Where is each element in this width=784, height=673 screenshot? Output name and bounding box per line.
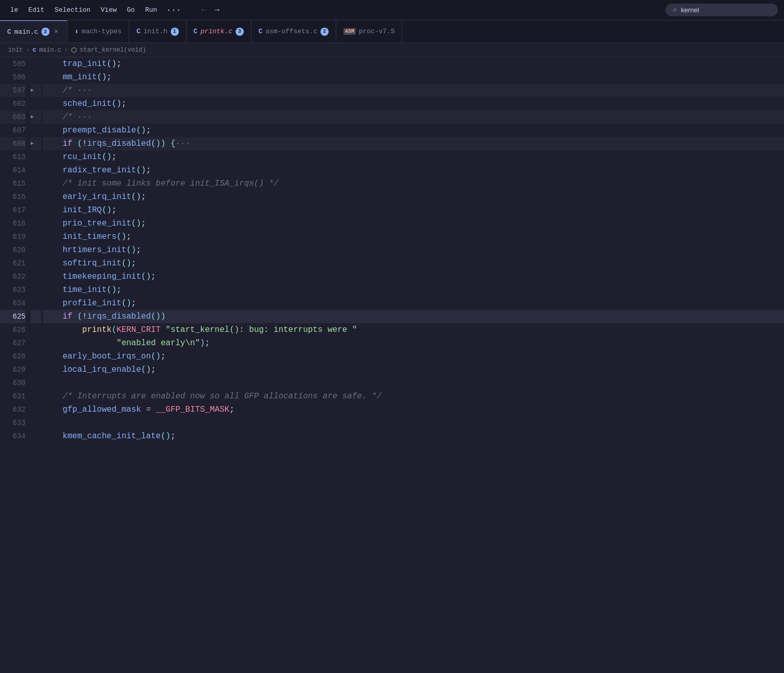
code-line[interactable]: if (!irqs_disabled()) {···: [43, 137, 784, 150]
fold-button: [31, 390, 41, 403]
nav-forward-button[interactable]: →: [212, 5, 223, 16]
menu-edit[interactable]: Edit: [25, 4, 49, 16]
code-line[interactable]: /* ···: [43, 84, 784, 97]
tab-badge-printk-c: 3: [236, 28, 244, 36]
nav-back-button[interactable]: ←: [198, 5, 210, 16]
fold-button: [31, 204, 41, 217]
code-line[interactable]: [43, 376, 784, 390]
fold-button: [31, 190, 41, 204]
navigation-arrows: ← →: [198, 5, 222, 16]
code-line[interactable]: timekeeping_init();: [43, 270, 784, 283]
menu-go[interactable]: Go: [123, 4, 139, 16]
code-line[interactable]: prio_tree_init();: [43, 217, 784, 230]
fold-button: [31, 57, 41, 71]
titlebar: le Edit Selection View Go Run ··· ← → ⌕: [0, 0, 784, 20]
code-line[interactable]: mm_init();: [43, 71, 784, 84]
menu-view[interactable]: View: [97, 4, 121, 16]
tab-arrow-icon: ⬇: [75, 28, 79, 36]
breadcrumb-sep-1: ›: [26, 47, 30, 54]
tab-c-icon-3: C: [194, 28, 198, 35]
fold-button: [31, 350, 41, 363]
fold-button: [31, 257, 41, 270]
search-box[interactable]: ⌕: [665, 4, 778, 16]
fold-button[interactable]: ▶: [31, 110, 41, 124]
fold-button: [31, 71, 41, 84]
fold-button: [31, 164, 41, 177]
code-line[interactable]: gfp_allowed_mask = __GFP_BITS_MASK;: [43, 403, 784, 416]
tab-c-icon-2: C: [136, 28, 141, 35]
fold-button: [31, 270, 41, 283]
tab-main-c[interactable]: C main.c 3 ×: [0, 20, 67, 42]
breadcrumb-init[interactable]: init: [8, 47, 23, 54]
code-line[interactable]: [43, 416, 784, 430]
tab-name-mach-types: mach-types: [82, 28, 122, 35]
fold-button: [31, 323, 41, 336]
code-line[interactable]: /* init some links before init_ISA_irqs(…: [43, 177, 784, 190]
code-line[interactable]: hrtimers_init();: [43, 243, 784, 257]
menu-more-icon[interactable]: ···: [163, 4, 184, 17]
fold-button: [31, 416, 41, 430]
tab-name-proc-v7-s: proc-v7.S: [359, 28, 395, 35]
search-input[interactable]: [681, 6, 763, 14]
breadcrumb: init › C main.c › ⬡ start_kernel(void): [0, 43, 784, 57]
breadcrumb-function[interactable]: start_kernel(void): [80, 47, 146, 54]
menu-selection[interactable]: Selection: [51, 4, 95, 16]
tab-close-main-c[interactable]: ×: [53, 27, 60, 36]
breadcrumb-sep-2: ›: [64, 47, 68, 54]
menu-bar: le Edit Selection View Go Run ···: [6, 4, 184, 17]
menu-le[interactable]: le: [6, 4, 22, 16]
code-line[interactable]: kmem_cache_init_late();: [43, 430, 784, 443]
tab-bar: C main.c 3 × ⬇ mach-types C init.h 1 C p…: [0, 20, 784, 43]
code-line[interactable]: profile_init();: [43, 297, 784, 310]
code-line[interactable]: softirq_init();: [43, 257, 784, 270]
tab-badge-init-h: 1: [171, 28, 179, 36]
tab-asm-icon: ASM: [343, 28, 356, 35]
tab-name-init-h: init.h: [144, 28, 168, 35]
code-line[interactable]: time_init();: [43, 283, 784, 297]
tab-c-icon-4: C: [259, 28, 263, 35]
breadcrumb-func-icon: ⬡: [71, 46, 77, 54]
code-line[interactable]: /* ···: [43, 110, 784, 124]
fold-button: [31, 230, 41, 243]
fold-button: [31, 243, 41, 257]
code-line[interactable]: radix_tree_init();: [43, 164, 784, 177]
tab-badge-asm-offsets-c: 2: [320, 28, 329, 36]
fold-button: [31, 430, 41, 443]
code-line[interactable]: init_timers();: [43, 230, 784, 243]
tab-asm-offsets-c[interactable]: C asm-offsets.c 2: [251, 20, 336, 42]
breadcrumb-main-c[interactable]: main.c: [39, 47, 61, 54]
fold-button: [31, 217, 41, 230]
code-line[interactable]: trap_init();: [43, 57, 784, 71]
code-line[interactable]: init_IRQ();: [43, 204, 784, 217]
fold-button: [31, 336, 41, 350]
fold-button: [31, 150, 41, 164]
code-line[interactable]: sched_init();: [43, 97, 784, 110]
code-content[interactable]: trap_init(); mm_init(); /* ··· sched_ini…: [41, 57, 784, 443]
fold-button: [31, 297, 41, 310]
editor: 5955965976026036076086136146156166176186…: [0, 57, 784, 443]
fold-button: [31, 283, 41, 297]
code-line[interactable]: preempt_disable();: [43, 124, 784, 137]
code-line[interactable]: "enabled early\n");: [43, 336, 784, 350]
tab-proc-v7-s[interactable]: ASM proc-v7.S: [336, 20, 402, 42]
search-icon: ⌕: [673, 6, 677, 14]
code-line[interactable]: if (!irqs_disabled()): [43, 310, 784, 323]
fold-button[interactable]: ▶: [31, 137, 41, 150]
code-line[interactable]: early_irq_init();: [43, 190, 784, 204]
fold-gutter: ▶▶▶: [31, 57, 41, 443]
fold-button: [31, 177, 41, 190]
code-line[interactable]: early_boot_irqs_on();: [43, 350, 784, 363]
tab-name-printk-c: printk.c: [200, 28, 232, 35]
tab-init-h[interactable]: C init.h 1: [129, 20, 187, 42]
fold-button[interactable]: ▶: [31, 84, 41, 97]
code-line[interactable]: rcu_init();: [43, 150, 784, 164]
line-number-gutter: 5955965976026036076086136146156166176186…: [0, 57, 31, 443]
tab-printk-c[interactable]: C printk.c 3: [187, 20, 251, 42]
tab-badge-main-c: 3: [41, 28, 50, 36]
code-line[interactable]: printk(KERN_CRIT "start_kernel(): bug: i…: [43, 323, 784, 336]
tab-mach-types[interactable]: ⬇ mach-types: [67, 20, 129, 42]
code-line[interactable]: local_irq_enable();: [43, 363, 784, 376]
code-line[interactable]: /* Interrupts are enabled now so all GFP…: [43, 390, 784, 403]
fold-button: [31, 363, 41, 376]
menu-run[interactable]: Run: [141, 4, 161, 16]
